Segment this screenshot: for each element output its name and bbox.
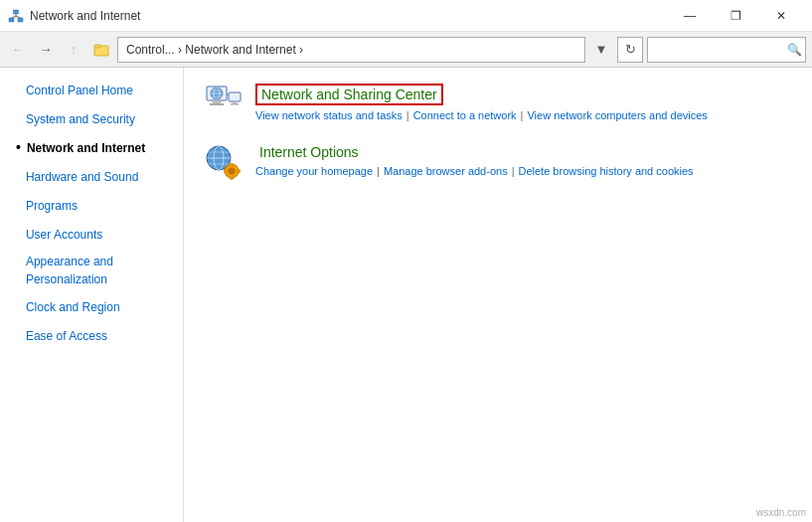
svg-rect-30: [238, 170, 241, 173]
svg-rect-10: [210, 103, 224, 105]
svg-rect-7: [94, 45, 100, 48]
sidebar-item-appearance-personalization[interactable]: Appearance and Personalization: [0, 249, 183, 292]
content-area: Network and Sharing Center View network …: [184, 68, 812, 522]
internet-options-content: Internet Options Change your homepage | …: [255, 143, 792, 179]
svg-line-4: [12, 16, 17, 18]
dropdown-button[interactable]: ▼: [589, 38, 613, 62]
sidebar-item-network-internet[interactable]: • Network and Internet: [0, 133, 183, 162]
sidebar-item-system-security[interactable]: System and Security: [0, 104, 183, 133]
minimize-button[interactable]: —: [667, 0, 713, 32]
title-bar-text: Network and Internet: [30, 9, 140, 23]
search-wrapper: 🔍: [647, 37, 806, 63]
view-network-computers-link[interactable]: View network computers and devices: [527, 109, 707, 123]
title-bar-left: Network and Internet: [8, 8, 140, 24]
folder-icon: [93, 42, 109, 58]
location-icon-button[interactable]: [89, 38, 113, 62]
network-sharing-icon: [204, 84, 244, 123]
watermark: wsxdn.com: [756, 507, 806, 518]
svg-rect-0: [9, 18, 14, 22]
back-button[interactable]: ←: [6, 38, 30, 62]
forward-button[interactable]: →: [34, 38, 58, 62]
search-input[interactable]: [647, 37, 806, 63]
connect-to-network-link[interactable]: Connect to a network: [413, 109, 517, 123]
title-bar-icon: [8, 8, 24, 24]
network-sharing-title[interactable]: Network and Sharing Center: [255, 84, 443, 105]
svg-rect-27: [231, 164, 234, 167]
sidebar-item-user-accounts[interactable]: User Accounts: [0, 220, 183, 249]
internet-options-icon: [204, 143, 244, 183]
change-homepage-link[interactable]: Change your homepage: [255, 165, 373, 177]
internet-icon: [205, 144, 243, 182]
address-input[interactable]: [117, 37, 585, 63]
sidebar-item-control-panel-home[interactable]: Control Panel Home: [0, 76, 183, 104]
view-network-status-link[interactable]: View network status and tasks: [255, 109, 403, 121]
sidebar: Control Panel Home System and Security •…: [0, 68, 184, 522]
svg-rect-13: [231, 103, 239, 105]
internet-options-title[interactable]: Internet Options: [255, 143, 363, 161]
address-bar: ← → ↑ ▼ ↻ 🔍: [0, 32, 812, 68]
close-button[interactable]: ✕: [758, 0, 804, 32]
svg-rect-29: [225, 170, 228, 173]
svg-rect-1: [18, 18, 23, 22]
sidebar-item-clock-region[interactable]: Clock and Region: [0, 292, 183, 321]
sidebar-item-hardware-sound[interactable]: Hardware and Sound: [0, 162, 183, 191]
network-icon: [205, 85, 243, 122]
search-button[interactable]: 🔍: [787, 43, 802, 57]
svg-rect-9: [213, 100, 221, 103]
sidebar-item-ease-access[interactable]: Ease of Access: [0, 321, 183, 350]
sidebar-item-programs[interactable]: Programs: [0, 191, 183, 220]
internet-options-links-row: Change your homepage | Manage browser ad…: [255, 165, 792, 179]
main-layout: Control Panel Home System and Security •…: [0, 68, 812, 522]
maximize-button[interactable]: ❐: [713, 0, 758, 32]
svg-rect-12: [233, 101, 237, 103]
svg-rect-2: [14, 10, 19, 14]
manage-addons-link[interactable]: Manage browser add-ons: [384, 165, 508, 179]
svg-rect-11: [229, 92, 241, 101]
network-sharing-content: Network and Sharing Center View network …: [255, 84, 792, 123]
internet-options-section: Internet Options Change your homepage | …: [204, 143, 792, 183]
svg-rect-28: [231, 177, 234, 180]
svg-line-5: [16, 16, 21, 18]
title-bar-controls: — ❐ ✕: [667, 0, 804, 32]
delete-history-link[interactable]: Delete browsing history and cookies: [519, 165, 694, 179]
title-bar: Network and Internet — ❐ ✕: [0, 0, 812, 32]
network-sharing-section: Network and Sharing Center View network …: [204, 84, 792, 123]
up-button[interactable]: ↑: [62, 38, 85, 62]
refresh-button[interactable]: ↻: [617, 37, 643, 63]
network-sharing-subtitle-row: View network status and tasks | Connect …: [255, 109, 792, 123]
svg-point-26: [229, 168, 236, 175]
